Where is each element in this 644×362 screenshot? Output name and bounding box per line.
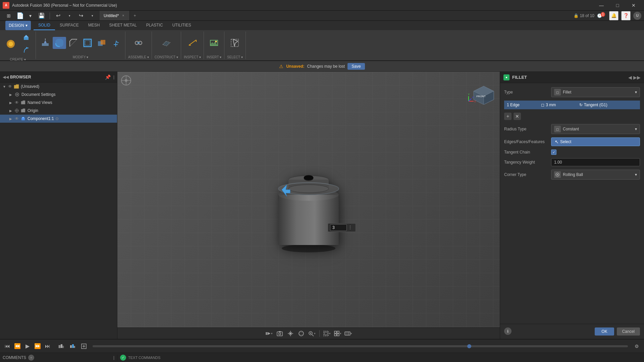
- edge-row-1[interactable]: 1 Edge ◻ 3 mm ↻ Tangent (G1): [504, 101, 640, 109]
- shell-btn[interactable]: [81, 37, 94, 49]
- remove-edge-btn[interactable]: ✕: [514, 113, 521, 120]
- alert-bell-btn[interactable]: 🔔: [609, 11, 619, 20]
- help-btn[interactable]: ❓: [621, 11, 631, 20]
- fillet-btn[interactable]: [53, 37, 66, 49]
- tree-item-doc-settings[interactable]: ▶ Document Settings: [0, 90, 117, 99]
- fillet-collapse-left[interactable]: ◀: [628, 75, 632, 80]
- press-pull-btn[interactable]: [39, 37, 52, 49]
- floating-dimension-input[interactable]: 3 ⋮: [328, 223, 356, 232]
- playbar-forward-end[interactable]: ⏭: [43, 342, 52, 351]
- tab-sheet-metal[interactable]: SHEET METAL: [104, 21, 141, 30]
- tangent-chain-checkbox[interactable]: ✓: [551, 149, 556, 155]
- open-btn[interactable]: ▾: [25, 11, 35, 20]
- add-comment-btn[interactable]: ＋: [28, 355, 34, 361]
- edges-faces-row: Edges/Faces/Features ↖ Select: [504, 137, 640, 146]
- select-active-btn[interactable]: ↖ Select: [551, 137, 640, 146]
- tangency-weight-control[interactable]: [551, 158, 640, 166]
- playbar-rewind-start[interactable]: ⏮: [3, 342, 12, 351]
- notification-btn[interactable]: 🕐 1: [597, 11, 606, 20]
- info-btn[interactable]: ℹ: [504, 327, 512, 335]
- timeline[interactable]: [93, 345, 628, 347]
- eye-component[interactable]: 👁: [14, 116, 19, 121]
- pan-btn[interactable]: [286, 329, 295, 338]
- playbar-settings-btn[interactable]: ⚙: [632, 342, 641, 351]
- revolve-btn[interactable]: [19, 44, 33, 56]
- close-button[interactable]: ✕: [626, 0, 641, 11]
- new-file-btn[interactable]: 📄: [15, 11, 25, 20]
- save-document-btn[interactable]: Save: [347, 63, 365, 70]
- playbar-forward[interactable]: ⏩: [33, 342, 42, 351]
- playbar-play[interactable]: ▶: [23, 342, 32, 351]
- display-settings-btn[interactable]: ▾: [344, 329, 353, 338]
- view-cube[interactable]: FRONT Z Y X: [467, 74, 497, 106]
- tree-item-named-views[interactable]: ▶ 👁 Named Views: [0, 99, 117, 107]
- user-avatar[interactable]: U: [633, 12, 641, 20]
- playbar-rewind[interactable]: ⏪: [13, 342, 22, 351]
- tab-untitled[interactable]: Untitled* ×: [100, 11, 130, 20]
- tree-item-origin[interactable]: ▶ Origin: [0, 107, 117, 115]
- display-mode-btn[interactable]: ▾: [264, 329, 274, 338]
- tab-add-btn[interactable]: ＋: [130, 11, 140, 20]
- corner-type-dropdown[interactable]: Rolling Ball ▾: [551, 170, 640, 180]
- select-icon: [230, 38, 239, 48]
- selection-filter-btn[interactable]: ▾: [322, 329, 332, 338]
- zoom-btn[interactable]: ▾: [307, 329, 317, 338]
- toolbar-grid-btn[interactable]: ⊞: [4, 11, 13, 20]
- radius-type-dropdown[interactable]: ◻ Constant ▾: [551, 124, 640, 134]
- fillet-collapse-right[interactable]: ▶▶: [633, 75, 641, 80]
- grid-view-btn[interactable]: ▾: [333, 329, 342, 338]
- tangency-weight-input[interactable]: [551, 158, 640, 166]
- tab-mesh[interactable]: MESH: [84, 21, 105, 30]
- eye-unsaved[interactable]: 👁: [7, 84, 13, 89]
- playbar-icon-1[interactable]: [56, 342, 66, 351]
- chamfer-btn[interactable]: [67, 37, 80, 49]
- select-btn[interactable]: [228, 37, 241, 49]
- comments-collapse-btn[interactable]: |: [113, 355, 114, 360]
- combine-btn[interactable]: [95, 37, 108, 49]
- tree-item-component[interactable]: ▶ 👁 Component1:1 ⊙: [0, 115, 117, 123]
- joint-btn[interactable]: [132, 37, 145, 49]
- capture-image-btn[interactable]: [275, 329, 284, 338]
- undo-btn[interactable]: ↩: [53, 11, 63, 20]
- insert-image-btn[interactable]: [207, 37, 221, 49]
- canvas-area[interactable]: 3 ⋮ FRONT Z Y X Ed: [117, 72, 500, 339]
- save-btn[interactable]: 💾: [37, 11, 46, 20]
- timeline-marker[interactable]: [467, 344, 471, 348]
- radius-type-select[interactable]: ◻ Constant ▾: [551, 124, 640, 134]
- svg-point-26: [215, 41, 217, 42]
- corner-type-select[interactable]: Rolling Ball ▾: [551, 170, 640, 180]
- ok-button[interactable]: OK: [595, 327, 614, 336]
- tab-plastic[interactable]: PLASTIC: [142, 21, 168, 30]
- eye-named-views[interactable]: 👁: [14, 100, 19, 105]
- extrude-btn[interactable]: [19, 32, 33, 44]
- fillet-footer: ℹ OK Cancel: [500, 324, 644, 339]
- dimension-menu-icon[interactable]: ⋮: [348, 225, 354, 230]
- tree-item-unsaved[interactable]: ▼ 👁 (Unsaved): [0, 82, 117, 90]
- type-select[interactable]: ◻ Fillet ▾: [551, 87, 640, 97]
- tab-utilities[interactable]: UTILITIES: [168, 21, 196, 30]
- maximize-button[interactable]: □: [610, 0, 625, 11]
- add-edge-btn[interactable]: ＋: [504, 113, 512, 120]
- measure-btn[interactable]: [186, 37, 199, 49]
- create-new-component-btn[interactable]: [3, 37, 19, 51]
- cancel-button[interactable]: Cancel: [617, 327, 640, 336]
- type-dropdown[interactable]: ◻ Fillet ▾: [551, 87, 640, 97]
- tab-surface[interactable]: SURFACE: [55, 21, 84, 30]
- tab-close-btn[interactable]: ×: [121, 13, 125, 18]
- undo-dropdown[interactable]: ▾: [65, 11, 74, 20]
- design-mode-btn[interactable]: DESIGN ▾: [5, 21, 31, 30]
- construct-plane-btn[interactable]: [160, 37, 173, 49]
- sidebar-collapse-btn[interactable]: |: [113, 75, 114, 79]
- redo-dropdown[interactable]: ▾: [88, 11, 97, 20]
- tab-solid[interactable]: SOLID: [34, 21, 55, 30]
- orbit-btn[interactable]: [297, 329, 306, 338]
- playbar-icon-2[interactable]: [68, 342, 77, 351]
- tab-label: Untitled*: [104, 13, 119, 18]
- redo-btn[interactable]: ↪: [76, 11, 86, 20]
- playbar-icon-3[interactable]: [79, 342, 89, 351]
- pin-icon[interactable]: 📌: [105, 74, 111, 80]
- move-copy-btn[interactable]: [109, 37, 122, 49]
- eye-origin[interactable]: [14, 108, 19, 113]
- minimize-button[interactable]: —: [594, 0, 609, 11]
- dimension-value-input[interactable]: 3: [330, 224, 347, 231]
